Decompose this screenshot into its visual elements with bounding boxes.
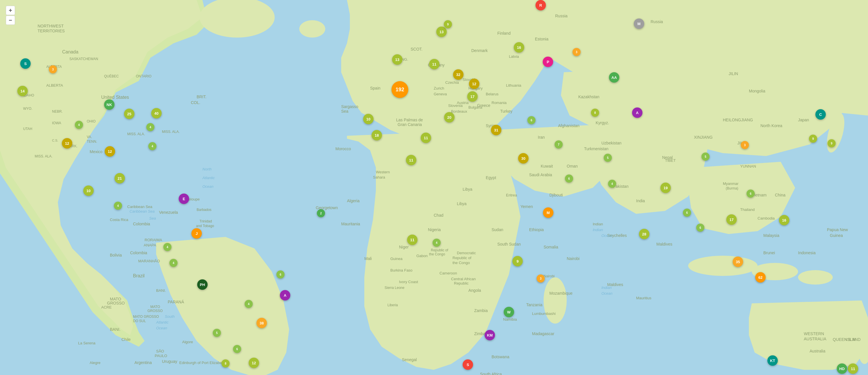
marker-4-india[interactable]: 4	[608, 180, 616, 188]
svg-text:Chile: Chile	[121, 337, 131, 342]
marker-9-jap[interactable]: 9	[809, 135, 817, 143]
marker-M-eth[interactable]: M	[543, 207, 553, 218]
marker-13-eng[interactable]: 13	[392, 54, 402, 65]
marker-NK-usa[interactable]: NK	[104, 99, 115, 110]
marker-4-bra2[interactable]: 4	[245, 300, 253, 308]
marker-17-vie[interactable]: 17	[726, 214, 737, 225]
marker-5-pak[interactable]: 5	[604, 154, 612, 162]
marker-16-kor[interactable]: 16	[779, 215, 789, 225]
marker-32-ger2[interactable]: 32	[453, 69, 464, 80]
marker-17-gre[interactable]: 17	[467, 91, 478, 102]
marker-9-nor2[interactable]: 9	[444, 20, 452, 28]
marker-31-tur[interactable]: 31	[491, 125, 501, 135]
marker-30-saudi[interactable]: 30	[518, 153, 529, 164]
marker-62-sea2[interactable]: 62	[755, 272, 766, 282]
marker-4-nig2[interactable]: 4	[433, 239, 441, 247]
marker-8-arg[interactable]: 8	[221, 360, 229, 368]
marker-3-ken2[interactable]: 3	[537, 274, 545, 282]
marker-E-cam[interactable]: E	[179, 194, 189, 204]
marker-8-uzb[interactable]: 8	[591, 109, 599, 117]
marker-14-usa-w[interactable]: 14	[17, 86, 28, 96]
svg-text:RORAIMA: RORAIMA	[145, 238, 162, 242]
marker-P-ukr[interactable]: P	[543, 57, 553, 67]
marker-KM-sa[interactable]: KM	[485, 330, 495, 340]
marker-9-ken[interactable]: 9	[513, 256, 523, 266]
svg-text:Estonia: Estonia	[535, 37, 549, 41]
marker-13-nor[interactable]: 13	[436, 27, 447, 37]
marker-4-mex[interactable]: 4	[114, 202, 122, 210]
marker-6-mya[interactable]: 6	[683, 209, 691, 217]
svg-point-2	[299, 20, 325, 38]
marker-19-india[interactable]: 19	[660, 182, 671, 193]
marker-10-spa[interactable]: 10	[363, 114, 374, 124]
svg-text:Bulgaria: Bulgaria	[468, 105, 482, 109]
svg-text:Indian: Indian	[593, 222, 603, 226]
svg-text:Republic of: Republic of	[431, 248, 448, 252]
marker-9-jap2[interactable]: 9	[828, 139, 836, 147]
marker-4-cam[interactable]: 4	[163, 243, 172, 251]
marker-11-aus[interactable]: 11	[848, 364, 858, 374]
marker-28-ind2[interactable]: 28	[639, 229, 649, 239]
marker-3-chi[interactable]: 3	[741, 141, 749, 149]
marker-HD-aus2[interactable]: HD	[837, 364, 847, 374]
marker-11-nig[interactable]: 11	[407, 235, 417, 245]
marker-192-fra[interactable]: 192	[392, 81, 408, 98]
svg-text:Maldives: Maldives	[656, 242, 672, 246]
marker-3-canada[interactable]: 3	[49, 65, 57, 73]
zoom-out-button[interactable]: −	[6, 15, 15, 25]
marker-6-chi2[interactable]: 6	[747, 190, 755, 198]
marker-11-ger[interactable]: 11	[429, 59, 439, 69]
marker-A-kaz[interactable]: A	[632, 107, 643, 118]
marker-C-jap[interactable]: C	[815, 109, 826, 120]
marker-4-usa-e[interactable]: 4	[148, 142, 156, 150]
marker-11-alg[interactable]: 11	[406, 155, 416, 165]
marker-S-sa[interactable]: S	[463, 360, 473, 370]
svg-text:Edinburgh of Port Elizabeth: Edinburgh of Port Elizabeth	[179, 361, 225, 365]
marker-12-usa-w[interactable]: 12	[62, 138, 72, 148]
marker-18-mor[interactable]: 18	[372, 130, 382, 140]
marker-38-bra[interactable]: 38	[256, 318, 267, 328]
marker-6-geo[interactable]: 6	[527, 116, 535, 124]
marker-6-ara[interactable]: 6	[565, 174, 573, 182]
marker-AA-kaz[interactable]: AA	[609, 72, 619, 82]
marker-2-atl[interactable]: 2	[317, 209, 325, 217]
marker-21-mex[interactable]: 21	[115, 173, 125, 183]
marker-12-balk[interactable]: 12	[469, 78, 479, 89]
marker-20-ita[interactable]: 20	[444, 112, 455, 123]
svg-text:Zurich: Zurich	[434, 86, 444, 91]
marker-11-malt[interactable]: 11	[421, 133, 431, 143]
marker-25-usa[interactable]: 25	[124, 109, 134, 119]
marker-5-ind3[interactable]: 5	[702, 152, 710, 161]
marker-4-usa-w2[interactable]: 4	[75, 121, 83, 129]
marker-7-iran[interactable]: 7	[555, 140, 563, 148]
svg-text:(Burma): (Burma)	[726, 186, 738, 191]
svg-text:Indian: Indian	[593, 228, 603, 232]
marker-S-canada[interactable]: S	[20, 58, 31, 69]
marker-10-mex[interactable]: 10	[83, 185, 94, 196]
zoom-in-button[interactable]: +	[6, 6, 15, 15]
svg-text:Uzbekistan: Uzbekistan	[601, 141, 621, 145]
svg-text:MISS. ALA.: MISS. ALA.	[162, 130, 180, 134]
marker-16-ukr[interactable]: 16	[514, 42, 524, 53]
marker-KT-aus[interactable]: KT	[767, 355, 778, 366]
marker-R-top[interactable]: R	[535, 0, 546, 10]
marker-12-uru[interactable]: 12	[249, 358, 259, 368]
marker-6-bra3[interactable]: 6	[233, 345, 241, 353]
marker-3-rus[interactable]: 3	[572, 48, 581, 56]
svg-text:Guinea: Guinea	[830, 233, 843, 238]
marker-J-cam2[interactable]: J	[191, 228, 202, 239]
svg-text:Turkmenistan: Turkmenistan	[584, 146, 608, 151]
marker-PH-bra[interactable]: PH	[197, 279, 208, 290]
marker-12-usa-c[interactable]: 12	[105, 146, 115, 157]
marker-A-bra[interactable]: A	[280, 290, 290, 301]
marker-40-usa[interactable]: 40	[151, 108, 162, 118]
marker-5-bra[interactable]: 5	[213, 329, 221, 337]
marker-M-rus[interactable]: M	[634, 19, 644, 29]
marker-W-moz[interactable]: W	[504, 307, 514, 317]
marker-6-bra[interactable]: 6	[276, 270, 284, 278]
marker-4-usa-m[interactable]: 4	[146, 123, 154, 131]
svg-text:Spain: Spain	[370, 86, 380, 91]
marker-35-sea[interactable]: 35	[733, 257, 743, 267]
marker-4-col[interactable]: 4	[169, 259, 178, 267]
marker-6-tha[interactable]: 6	[696, 224, 704, 232]
